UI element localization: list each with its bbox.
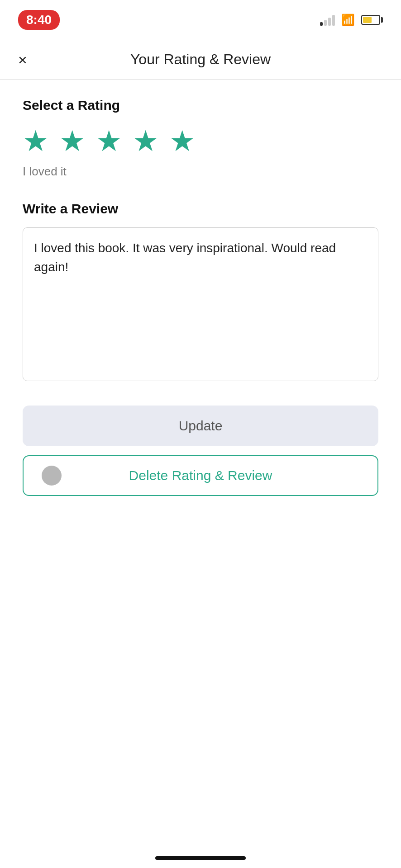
rating-section: Select a Rating ★ ★ ★ ★ ★ I loved it: [23, 98, 378, 179]
signal-icon: [320, 14, 335, 26]
status-time: 8:40: [18, 10, 60, 30]
update-button[interactable]: Update: [23, 406, 378, 446]
review-section-label: Write a Review: [23, 201, 378, 217]
star-5[interactable]: ★: [169, 127, 195, 156]
status-icons: 📶: [320, 14, 383, 26]
ripple-indicator: [42, 466, 62, 486]
rating-section-label: Select a Rating: [23, 98, 378, 113]
page-title: Your Rating & Review: [130, 51, 271, 68]
star-1[interactable]: ★: [23, 127, 48, 156]
buttons-section: Update Delete Rating & Review: [23, 406, 378, 496]
status-bar: 8:40 📶: [0, 0, 401, 40]
star-2[interactable]: ★: [59, 127, 85, 156]
star-3[interactable]: ★: [96, 127, 122, 156]
rating-text-label: I loved it: [23, 165, 378, 179]
star-4[interactable]: ★: [133, 127, 158, 156]
review-textarea[interactable]: I loved this book. It was very inspirati…: [23, 227, 378, 381]
delete-button-label: Delete Rating & Review: [129, 468, 272, 483]
battery-icon: [361, 15, 383, 25]
star-rating[interactable]: ★ ★ ★ ★ ★: [23, 127, 378, 156]
review-section: Write a Review I loved this book. It was…: [23, 201, 378, 383]
header: × Your Rating & Review: [0, 40, 401, 80]
close-button[interactable]: ×: [18, 52, 27, 67]
wifi-icon: 📶: [341, 14, 355, 26]
home-indicator: [155, 856, 246, 860]
delete-button[interactable]: Delete Rating & Review: [23, 455, 378, 496]
main-content: Select a Rating ★ ★ ★ ★ ★ I loved it Wri…: [0, 80, 401, 514]
